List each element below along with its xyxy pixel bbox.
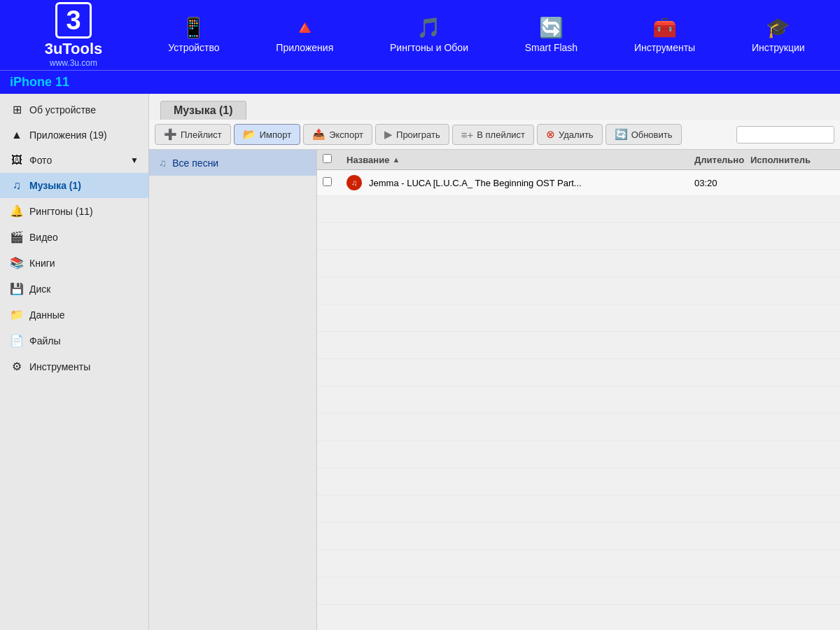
sidebar-label-apps: Приложения (19) [29, 130, 107, 141]
photos-chevron-icon: ▼ [130, 155, 139, 165]
playlist-all-label: Все песни [172, 158, 218, 169]
nav-label-tools: Инструменты [634, 42, 695, 54]
nav-label-ringtones: Рингтоны и Обои [390, 42, 468, 54]
empty-area [317, 196, 840, 630]
row-checkbox-0[interactable] [323, 177, 346, 188]
sidebar-item-photos[interactable]: 🖼Фото▼ [0, 148, 148, 173]
nav-item-instructions[interactable]: 🎓Инструкции [738, 0, 819, 70]
smartflash-icon: 🔄 [539, 16, 564, 39]
export-btn-icon: 📤 [312, 128, 326, 141]
row-name-text-0: Jemma - LUCA [L.U.C.A_ The Beginning OST… [369, 178, 582, 188]
main-layout: ⊞Об устройстве▲Приложения (19)🖼Фото▼♫Муз… [0, 94, 840, 630]
delete-btn-label: Удалить [559, 130, 594, 140]
sidebar-label-video: Видео [29, 232, 58, 243]
playlist-panel: ♫ Все песни [149, 150, 317, 630]
export-btn-label: Экспорт [329, 130, 363, 140]
sort-arrow-icon: ▲ [392, 155, 400, 164]
file-list: Название ▲ Длительно Исполнитель ♫ Jemma… [317, 150, 840, 630]
data-sidebar-icon: 📁 [10, 308, 24, 321]
col-name-header[interactable]: Название ▲ [346, 155, 694, 165]
about-sidebar-icon: ⊞ [10, 103, 24, 116]
table-header: Название ▲ Длительно Исполнитель [317, 150, 840, 170]
device-icon: 📱 [181, 16, 206, 39]
playlist-all-songs[interactable]: ♫ Все песни [149, 150, 316, 176]
sidebar-label-ringtones: Рингтоны (11) [29, 206, 93, 217]
sidebar-item-books[interactable]: 📚Книги [0, 250, 148, 276]
sidebar-label-files: Файлы [29, 335, 60, 346]
row-duration-0: 03:20 [694, 178, 750, 188]
nav-label-instructions: Инструкции [752, 42, 805, 54]
device-name: iPhone 11 [10, 75, 69, 89]
toolbar-btn-playlist[interactable]: ➕Плейлист [155, 124, 231, 145]
sidebar-item-about[interactable]: ⊞Об устройстве [0, 97, 148, 122]
toolbar: ➕Плейлист📂Импорт📤Экспорт▶Проиграть≡+В пл… [149, 120, 840, 150]
topbar: 3 3uTools www.3u.com 📱Устройство🔺Приложе… [0, 0, 840, 70]
refresh-btn-icon: 🔄 [615, 128, 628, 141]
sidebar-item-video[interactable]: 🎬Видео [0, 224, 148, 250]
search-input[interactable] [736, 126, 834, 144]
sidebar-label-about: Об устройстве [29, 104, 96, 115]
video-sidebar-icon: 🎬 [10, 230, 24, 244]
logo-area: 3 3uTools www.3u.com [7, 2, 140, 68]
toolbar-btn-delete[interactable]: ⊗Удалить [537, 124, 603, 145]
sidebar-item-files[interactable]: 📄Файлы [0, 328, 148, 354]
toolbar-btn-add_to_playlist[interactable]: ≡+В плейлист [452, 125, 534, 145]
sidebar-label-books: Книги [29, 258, 55, 269]
play-btn-icon: ▶ [384, 128, 393, 141]
sidebar-item-instruments[interactable]: ⚙Инструменты [0, 354, 148, 379]
ringtones-icon: 🎵 [416, 16, 441, 39]
toolbar-btn-import[interactable]: 📂Импорт [234, 124, 300, 145]
instructions-icon: 🎓 [766, 16, 790, 39]
sidebar-item-disk[interactable]: 💾Диск [0, 276, 148, 302]
apps-sidebar-icon: ▲ [10, 129, 24, 141]
file-rows: ♫ Jemma - LUCA [L.U.C.A_ The Beginning O… [317, 170, 840, 196]
content-area: Музыка (1) ➕Плейлист📂Импорт📤Экспорт▶Прои… [149, 94, 840, 630]
books-sidebar-icon: 📚 [10, 256, 24, 270]
nav-label-apps: Приложения [276, 42, 333, 54]
delete-btn-icon: ⊗ [546, 128, 555, 141]
photos-sidebar-icon: 🖼 [10, 154, 24, 167]
add_to_playlist-btn-icon: ≡+ [461, 129, 474, 141]
sidebar-item-data[interactable]: 📁Данные [0, 302, 148, 328]
playlist-btn-label: Плейлист [181, 130, 222, 140]
sidebar-item-apps[interactable]: ▲Приложения (19) [0, 122, 148, 148]
nav-label-device: Устройство [168, 42, 219, 54]
app-title: 3uTools [45, 40, 103, 58]
col-artist-header: Исполнитель [750, 155, 834, 165]
sidebar-label-music: Музыка (1) [29, 180, 81, 191]
col-duration-header: Длительно [694, 155, 750, 165]
sidebar-label-data: Данные [29, 309, 65, 321]
tools-icon: 🧰 [652, 16, 677, 39]
ringtones-sidebar-icon: 🔔 [10, 204, 24, 218]
toolbar-btn-export[interactable]: 📤Экспорт [303, 124, 372, 145]
refresh-btn-label: Обновить [631, 130, 673, 140]
toolbar-btn-play[interactable]: ▶Проиграть [375, 124, 449, 145]
logo-icon: 3 [55, 2, 92, 38]
sidebar: ⊞Об устройстве▲Приложения (19)🖼Фото▼♫Муз… [0, 94, 149, 630]
toolbar-btn-refresh[interactable]: 🔄Обновить [606, 124, 682, 145]
nav-item-smartflash[interactable]: 🔄Smart Flash [511, 0, 592, 70]
nav-items: 📱Устройство🔺Приложения🎵Рингтоны и Обои🔄S… [140, 0, 833, 70]
music-note-icon: ♫ [159, 157, 167, 169]
sidebar-label-disk: Диск [29, 284, 50, 295]
import-btn-label: Импорт [260, 130, 291, 140]
content-title: Музыка (1) [160, 101, 246, 120]
add_to_playlist-btn-label: В плейлист [477, 130, 525, 140]
nav-label-smartflash: Smart Flash [525, 42, 578, 54]
music-icon-0: ♫ [346, 175, 362, 190]
nav-item-device[interactable]: 📱Устройство [154, 0, 233, 70]
select-all-checkbox[interactable] [323, 154, 332, 163]
col-check-header [323, 154, 346, 165]
row-name-0: ♫ Jemma - LUCA [L.U.C.A_ The Beginning O… [346, 175, 694, 190]
disk-sidebar-icon: 💾 [10, 282, 24, 295]
sidebar-item-music[interactable]: ♫Музыка (1) [0, 173, 148, 198]
table-row[interactable]: ♫ Jemma - LUCA [L.U.C.A_ The Beginning O… [317, 170, 840, 196]
sidebar-item-ringtones[interactable]: 🔔Рингтоны (11) [0, 198, 148, 224]
sidebar-label-instruments: Инструменты [29, 361, 90, 372]
content-header: Музыка (1) [149, 94, 840, 120]
nav-item-apps[interactable]: 🔺Приложения [262, 0, 347, 70]
nav-item-tools[interactable]: 🧰Инструменты [620, 0, 709, 70]
music-sidebar-icon: ♫ [10, 179, 24, 192]
instruments-sidebar-icon: ⚙ [10, 360, 24, 373]
nav-item-ringtones[interactable]: 🎵Рингтоны и Обои [376, 0, 482, 70]
